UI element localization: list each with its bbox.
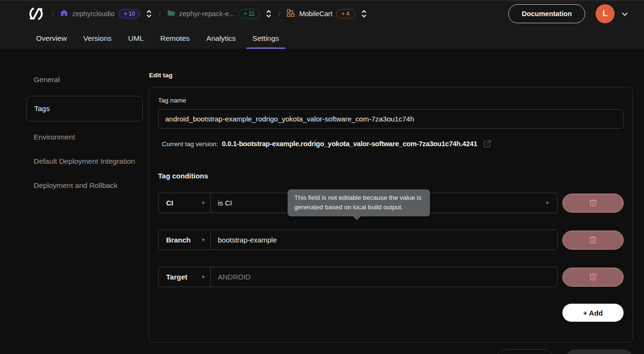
- avatar[interactable]: L: [596, 4, 615, 23]
- condition-value-readonly: bootstrap-example: [211, 230, 557, 250]
- footer-secondary-button-partial[interactable]: [496, 349, 553, 354]
- sidebar-item-environment[interactable]: Environment: [26, 127, 143, 147]
- org-icon: [286, 9, 295, 19]
- zephyr-logo-icon[interactable]: [27, 4, 46, 23]
- tab-settings[interactable]: Settings: [252, 28, 279, 49]
- sidebar-item-general[interactable]: General: [26, 70, 143, 89]
- condition-row-branch: Branch ▾ bootstrap-example This field is…: [158, 230, 624, 250]
- footer-primary-button-partial[interactable]: [566, 349, 633, 354]
- project-count-badge[interactable]: + 11: [238, 9, 260, 19]
- app-count-badge[interactable]: + 4: [336, 9, 355, 19]
- breadcrumb-separator: /: [52, 10, 54, 18]
- sidebar-item-tags[interactable]: Tags: [26, 96, 143, 121]
- home-icon: [60, 9, 68, 19]
- current-tag-version-value: 0.0.1-bootstrap-example.rodrigo_yokota_v…: [222, 140, 477, 148]
- folder-icon: [167, 9, 176, 19]
- project-switcher-chevrons-icon[interactable]: [265, 8, 272, 19]
- top-bar: / zephyrcloudio + 10 / zephyr-repack-e..…: [0, 0, 644, 28]
- current-tag-version-label: Current tag version:: [162, 140, 218, 148]
- sidebar-item-default-deployment-integration[interactable]: Default Deployment Integration: [26, 151, 143, 171]
- add-row: + Add: [158, 304, 624, 322]
- tab-remotes[interactable]: Remotes: [160, 28, 190, 49]
- breadcrumb-app-name[interactable]: MobileCart: [299, 10, 332, 18]
- breadcrumb-project-name[interactable]: zephyr-repack-e...: [179, 10, 235, 18]
- chevron-down-icon: ▾: [202, 274, 205, 279]
- condition-type-select[interactable]: CI ▾: [159, 193, 211, 213]
- documentation-button[interactable]: Documentation: [508, 4, 585, 23]
- top-edge-strip: [0, 0, 644, 1]
- condition-type-select[interactable]: Branch ▾: [159, 230, 211, 250]
- tab-uml[interactable]: UML: [128, 28, 144, 49]
- breadcrumb-separator: /: [278, 10, 280, 18]
- account-menu-chevron-down-icon[interactable]: [621, 10, 629, 18]
- delete-condition-button[interactable]: [562, 231, 624, 250]
- chevron-down-icon: ▾: [202, 200, 205, 205]
- condition-row-target: Target ▾ ANDROID: [158, 267, 624, 287]
- main-nav-tabs: Overview Versions UML Remotes Analytics …: [0, 28, 644, 49]
- breadcrumb-separator: /: [159, 10, 160, 18]
- condition-type-select[interactable]: Target ▾: [159, 267, 211, 287]
- condition-value-disabled: ANDROID: [211, 267, 557, 287]
- tag-conditions-title: Tag conditions: [158, 172, 624, 180]
- condition-field: Target ▾ ANDROID: [158, 267, 558, 287]
- chevron-down-icon: ▾: [546, 200, 549, 205]
- breadcrumb-project[interactable]: zephyr-repack-e... + 11: [167, 9, 260, 19]
- tag-conditions-list: CI ▾ is CI ▾ Branch ▾: [158, 193, 624, 287]
- delete-condition-button[interactable]: [562, 268, 624, 287]
- tag-name-label: Tag name: [158, 97, 624, 104]
- delete-condition-button[interactable]: [562, 194, 624, 213]
- chevron-down-icon: ▾: [202, 237, 205, 242]
- tab-versions[interactable]: Versions: [84, 28, 112, 49]
- breadcrumb-org[interactable]: zephyrcloudio + 10: [60, 9, 140, 19]
- tab-analytics[interactable]: Analytics: [206, 28, 236, 49]
- breadcrumb-app[interactable]: MobileCart + 4: [286, 9, 355, 19]
- page-title: Edit tag: [149, 72, 173, 79]
- add-condition-button[interactable]: + Add: [562, 304, 624, 322]
- condition-field: Branch ▾ bootstrap-example: [158, 230, 558, 250]
- settings-sidebar: General Tags Environment Default Deploym…: [26, 70, 143, 195]
- not-editable-tooltip: This field is not editable because the v…: [288, 189, 430, 216]
- tab-overview[interactable]: Overview: [36, 28, 67, 49]
- current-tag-version-line: Current tag version: 0.0.1-bootstrap-exa…: [158, 140, 624, 148]
- app-header: / zephyrcloudio + 10 / zephyr-repack-e..…: [0, 0, 644, 49]
- org-switcher-chevrons-icon[interactable]: [146, 8, 152, 19]
- app-switcher-chevrons-icon[interactable]: [361, 8, 367, 19]
- breadcrumb-org-name[interactable]: zephyrcloudio: [72, 10, 114, 18]
- org-count-badge[interactable]: + 10: [119, 9, 140, 19]
- external-link-icon[interactable]: [483, 140, 492, 148]
- edit-tag-card: Tag name Current tag version: 0.0.1-boot…: [149, 87, 633, 343]
- sidebar-item-deployment-and-rollback[interactable]: Deployment and Rollback: [26, 176, 143, 195]
- trash-icon: [588, 235, 597, 244]
- tag-name-input[interactable]: [158, 109, 624, 129]
- trash-icon: [588, 272, 597, 281]
- trash-icon: [588, 198, 597, 207]
